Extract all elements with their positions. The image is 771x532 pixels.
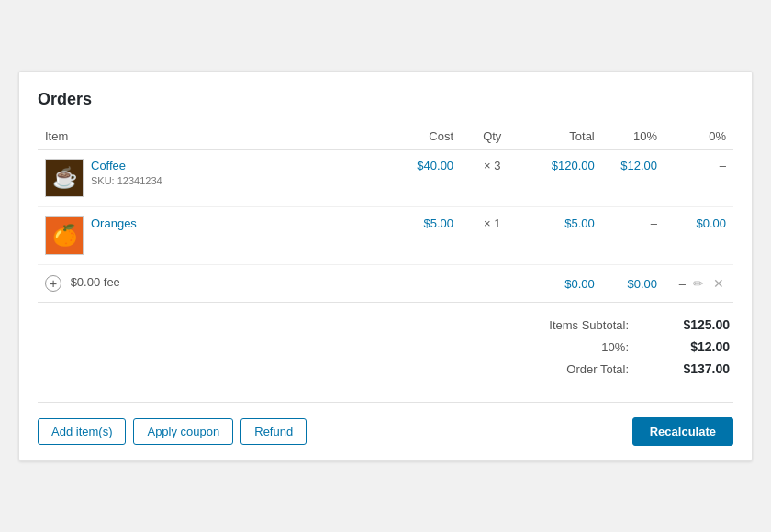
- fee-label: $0.00 fee: [71, 275, 120, 289]
- oranges-image: 🍊: [45, 216, 84, 255]
- order-total-row: Order Total: $137.00: [566, 361, 730, 376]
- item-cell-oranges: 🍊 Oranges: [38, 207, 390, 265]
- add-fee-button[interactable]: +: [45, 275, 61, 292]
- coffee-qty: × 3: [461, 150, 523, 207]
- coffee-tax1: $12.00: [602, 150, 665, 207]
- orders-table: Item Cost Qty Total 10% 0% ☕ Coffee: [38, 124, 733, 303]
- page-title: Orders: [38, 90, 733, 109]
- recalculate-button[interactable]: Recalculate: [632, 417, 733, 446]
- order-total-label: Order Total:: [566, 362, 629, 376]
- col-header-total: Total: [523, 124, 601, 150]
- subtotal-row: Items Subtotal: $125.00: [549, 317, 730, 332]
- coffee-image: ☕: [45, 159, 84, 197]
- fee-qty-empty: [461, 265, 523, 303]
- coffee-total: $120.00: [523, 150, 601, 207]
- edit-fee-button[interactable]: ✏: [691, 274, 706, 293]
- coffee-tax2: –: [665, 150, 733, 207]
- subtotal-value: $125.00: [665, 317, 730, 332]
- coffee-link[interactable]: Coffee: [91, 159, 162, 172]
- oranges-tax2: $0.00: [665, 207, 733, 265]
- table-row: ☕ Coffee SKU: 12341234 $40.00 × 3 $120.0…: [38, 150, 733, 207]
- coffee-cost: $40.00: [390, 150, 461, 207]
- fee-label-cell: + $0.00 fee: [38, 265, 390, 303]
- col-header-tax2: 0%: [665, 124, 733, 150]
- col-header-item: Item: [38, 124, 390, 150]
- oranges-total: $5.00: [523, 207, 601, 265]
- totals-section: Items Subtotal: $125.00 10%: $12.00 Orde…: [38, 317, 733, 383]
- col-header-tax1: 10%: [602, 124, 665, 150]
- fee-cost-empty: [390, 265, 461, 303]
- tax-label: 10%:: [601, 340, 629, 354]
- item-cell-coffee: ☕ Coffee SKU: 12341234: [38, 150, 390, 207]
- add-items-button[interactable]: Add item(s): [38, 418, 126, 445]
- col-header-qty: Qty: [461, 124, 523, 150]
- oranges-tax1: –: [602, 207, 665, 265]
- apply-coupon-button[interactable]: Apply coupon: [133, 418, 233, 445]
- orders-container: Orders Item Cost Qty Total 10% 0% ☕: [18, 71, 753, 461]
- oranges-link[interactable]: Oranges: [91, 216, 137, 230]
- fee-actions-cell: – ✏ ✕: [665, 265, 733, 303]
- oranges-qty: × 1: [461, 207, 523, 265]
- footer-actions: Add item(s) Apply coupon Refund Recalcul…: [38, 402, 733, 446]
- fee-dash: –: [679, 277, 686, 291]
- coffee-sku: SKU: 12341234: [91, 175, 162, 186]
- fee-total: $0.00: [523, 265, 601, 303]
- table-row: 🍊 Oranges $5.00 × 1 $5.00 – $0.00: [38, 207, 733, 265]
- order-total-value: $137.00: [665, 361, 730, 376]
- subtotal-label: Items Subtotal:: [549, 318, 629, 332]
- oranges-cost: $5.00: [390, 207, 461, 265]
- col-header-cost: Cost: [390, 124, 461, 150]
- delete-fee-button[interactable]: ✕: [711, 274, 726, 293]
- refund-button[interactable]: Refund: [240, 418, 307, 445]
- left-action-buttons: Add item(s) Apply coupon Refund: [38, 418, 307, 445]
- fee-fee-val: $0.00: [602, 265, 665, 303]
- fee-row: + $0.00 fee $0.00 $0.00 – ✏ ✕: [38, 265, 733, 303]
- tax-row: 10%: $12.00: [601, 339, 730, 354]
- tax-value: $12.00: [665, 339, 730, 354]
